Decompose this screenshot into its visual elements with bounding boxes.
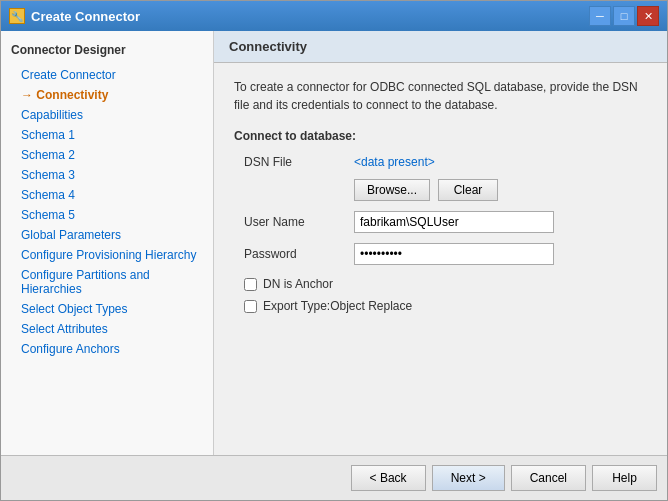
window-title: Create Connector bbox=[31, 9, 140, 24]
password-input[interactable] bbox=[354, 243, 554, 265]
title-bar: 🔧 Create Connector ─ □ ✕ bbox=[1, 1, 667, 31]
dn-anchor-checkbox[interactable] bbox=[244, 278, 257, 291]
browse-clear-area: Browse... Clear bbox=[354, 179, 498, 201]
footer: < Back Next > Cancel Help bbox=[1, 455, 667, 500]
sidebar-header: Connector Designer bbox=[1, 39, 213, 65]
clear-button[interactable]: Clear bbox=[438, 179, 498, 201]
title-bar-left: 🔧 Create Connector bbox=[9, 8, 140, 24]
app-icon: 🔧 bbox=[9, 8, 25, 24]
sidebar-item-configure-provisioning[interactable]: Configure Provisioning Hierarchy bbox=[1, 245, 213, 265]
browse-clear-row: Browse... Clear bbox=[244, 179, 647, 201]
maximize-button[interactable]: □ bbox=[613, 6, 635, 26]
password-row: Password bbox=[244, 243, 647, 265]
connect-label: Connect to database: bbox=[234, 129, 647, 143]
content-area: Connector Designer Create Connector Conn… bbox=[1, 31, 667, 455]
sidebar-item-create-connector[interactable]: Create Connector bbox=[1, 65, 213, 85]
sidebar-item-schema5[interactable]: Schema 5 bbox=[1, 205, 213, 225]
sidebar-item-schema2[interactable]: Schema 2 bbox=[1, 145, 213, 165]
dsn-value: <data present> bbox=[354, 155, 435, 169]
window-controls: ─ □ ✕ bbox=[589, 6, 659, 26]
dsn-row: DSN File <data present> bbox=[244, 155, 647, 169]
sidebar-item-configure-partitions[interactable]: Configure Partitions and Hierarchies bbox=[1, 265, 213, 299]
password-label: Password bbox=[244, 247, 354, 261]
dn-anchor-row: DN is Anchor bbox=[244, 277, 647, 291]
minimize-button[interactable]: ─ bbox=[589, 6, 611, 26]
panel-title: Connectivity bbox=[214, 31, 667, 63]
sidebar-item-select-attributes[interactable]: Select Attributes bbox=[1, 319, 213, 339]
sidebar-item-connectivity[interactable]: Connectivity bbox=[1, 85, 213, 105]
sidebar-item-schema3[interactable]: Schema 3 bbox=[1, 165, 213, 185]
close-button[interactable]: ✕ bbox=[637, 6, 659, 26]
sidebar-item-configure-anchors[interactable]: Configure Anchors bbox=[1, 339, 213, 359]
sidebar: Connector Designer Create Connector Conn… bbox=[1, 31, 214, 455]
sidebar-item-select-object-types[interactable]: Select Object Types bbox=[1, 299, 213, 319]
dsn-value-area: <data present> bbox=[354, 155, 440, 169]
back-button[interactable]: < Back bbox=[351, 465, 426, 491]
export-type-checkbox[interactable] bbox=[244, 300, 257, 313]
sidebar-item-capabilities[interactable]: Capabilities bbox=[1, 105, 213, 125]
cancel-button[interactable]: Cancel bbox=[511, 465, 586, 491]
description-text: To create a connector for ODBC connected… bbox=[234, 78, 647, 114]
form-section: DSN File <data present> Browse... Clear bbox=[244, 155, 647, 265]
export-type-row: Export Type:Object Replace bbox=[244, 299, 647, 313]
username-row: User Name bbox=[244, 211, 647, 233]
sidebar-item-schema1[interactable]: Schema 1 bbox=[1, 125, 213, 145]
next-button[interactable]: Next > bbox=[432, 465, 505, 491]
dsn-label: DSN File bbox=[244, 155, 354, 169]
sidebar-item-global-parameters[interactable]: Global Parameters bbox=[1, 225, 213, 245]
browse-button[interactable]: Browse... bbox=[354, 179, 430, 201]
main-content: To create a connector for ODBC connected… bbox=[214, 63, 667, 455]
main-window: 🔧 Create Connector ─ □ ✕ Connector Desig… bbox=[0, 0, 668, 501]
dn-anchor-label: DN is Anchor bbox=[263, 277, 333, 291]
sidebar-item-schema4[interactable]: Schema 4 bbox=[1, 185, 213, 205]
main-panel: Connectivity To create a connector for O… bbox=[214, 31, 667, 455]
export-type-label: Export Type:Object Replace bbox=[263, 299, 412, 313]
help-button[interactable]: Help bbox=[592, 465, 657, 491]
username-input[interactable] bbox=[354, 211, 554, 233]
username-label: User Name bbox=[244, 215, 354, 229]
